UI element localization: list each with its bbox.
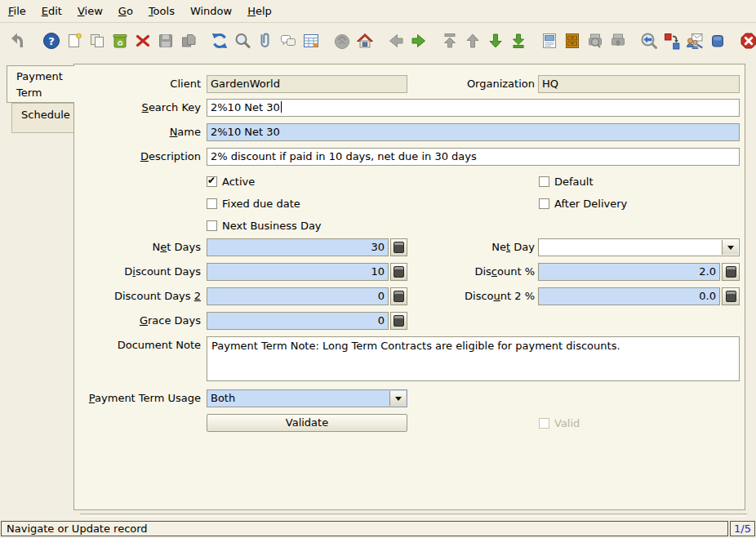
- discount-2-pct-label: Discount 2 %: [420, 287, 535, 305]
- delete-selection-icon[interactable]: [132, 30, 153, 51]
- client-field[interactable]: GardenWorld: [207, 75, 407, 93]
- record-indicator: 1/5: [730, 521, 755, 536]
- menubar: File Edit View Go Tools Window Help: [0, 0, 756, 23]
- net-day-label: Net Day: [420, 238, 535, 256]
- record-lock-icon[interactable]: [331, 30, 353, 51]
- request-icon[interactable]: [684, 30, 705, 51]
- discount-days-label: Discount Days: [78, 263, 201, 281]
- help-icon[interactable]: ?: [41, 30, 62, 51]
- parent-tab-icon[interactable]: [385, 30, 407, 51]
- grid-toggle-icon[interactable]: [300, 30, 322, 51]
- active-label: Active: [222, 174, 255, 190]
- discount-pct-calculator-button[interactable]: [722, 263, 740, 281]
- net-day-dropdown-button[interactable]: [722, 240, 738, 255]
- undo-icon[interactable]: [7, 30, 28, 51]
- delete-record-icon[interactable]: ♻: [109, 30, 131, 51]
- print-preview-icon[interactable]: [585, 30, 606, 51]
- payment-term-form: Client GardenWorld Organization HQ Searc…: [73, 64, 745, 510]
- after-delivery-label: After Delivery: [554, 196, 627, 212]
- document-note-field[interactable]: Payment Term Note: Long Term Contracts a…: [207, 336, 740, 381]
- organization-label: Organization: [420, 75, 535, 93]
- discount-days-2-label: Discount Days 2: [78, 287, 201, 305]
- calculator-icon: [394, 315, 404, 327]
- refresh-icon[interactable]: [209, 30, 230, 51]
- grace-days-field[interactable]: 0: [207, 312, 389, 330]
- chat-icon[interactable]: [278, 30, 299, 51]
- home-icon[interactable]: [354, 30, 376, 51]
- exit-icon[interactable]: [738, 30, 756, 51]
- svg-text:?: ?: [48, 35, 55, 47]
- search-key-field[interactable]: 2%10 Net 30: [207, 99, 740, 117]
- default-checkbox[interactable]: [539, 176, 549, 187]
- calculator-icon: [394, 242, 404, 253]
- active-checkbox[interactable]: [207, 176, 217, 187]
- after-delivery-checkbox[interactable]: [539, 198, 549, 209]
- net-days-label: Net Days: [78, 238, 201, 256]
- description-field[interactable]: 2% discount if paid in 10 days, net due …: [207, 148, 740, 166]
- discount-pct-label: Discount %: [420, 263, 535, 281]
- detail-tab-icon[interactable]: [408, 30, 429, 51]
- calculator-icon: [726, 266, 736, 278]
- text-caret: [281, 101, 282, 113]
- first-record-icon[interactable]: [439, 30, 460, 51]
- calculator-icon: [394, 266, 404, 278]
- net-day-combo[interactable]: [538, 238, 740, 256]
- search-key-label: Search Key: [78, 99, 201, 117]
- attachment-icon[interactable]: [255, 30, 276, 51]
- validate-button[interactable]: Validate: [207, 414, 407, 432]
- discount-2-pct-field[interactable]: 0.0: [538, 287, 720, 305]
- payment-term-usage-dropdown-button[interactable]: [389, 391, 406, 406]
- copy-record-icon[interactable]: [87, 30, 108, 51]
- toolbar: ? ♻: [0, 24, 756, 57]
- fixed-due-date-checkbox[interactable]: [207, 198, 217, 209]
- menu-help[interactable]: Help: [247, 5, 272, 17]
- archive-icon[interactable]: [562, 30, 583, 51]
- payment-term-usage-combo[interactable]: Both: [207, 389, 407, 407]
- discount-days-2-field[interactable]: 0: [207, 287, 389, 305]
- default-label: Default: [554, 174, 594, 190]
- valid-checkbox: [539, 418, 549, 429]
- discount-2-pct-calculator-button[interactable]: [722, 287, 740, 305]
- next-business-day-label: Next Business Day: [222, 218, 322, 234]
- tab-payment-term[interactable]: Payment Term: [7, 65, 74, 103]
- menu-file[interactable]: File: [8, 5, 26, 17]
- client-label: Client: [78, 75, 201, 93]
- menu-view[interactable]: View: [78, 5, 103, 17]
- next-business-day-checkbox[interactable]: [207, 220, 217, 231]
- menu-tools[interactable]: Tools: [149, 5, 175, 17]
- grace-days-calculator-button[interactable]: [390, 312, 407, 330]
- discount-pct-field[interactable]: 2.0: [538, 263, 720, 281]
- calculator-icon: [726, 291, 736, 302]
- description-label: Description: [78, 148, 201, 166]
- svg-text:♻: ♻: [117, 38, 123, 47]
- print-icon[interactable]: [607, 30, 629, 51]
- tab-schedule[interactable]: Schedule: [11, 103, 73, 133]
- tab-pane-bottom-edge: [80, 514, 747, 517]
- discount-days-field[interactable]: 10: [207, 263, 389, 281]
- organization-field[interactable]: HQ: [538, 75, 740, 93]
- chevron-down-icon: [727, 246, 734, 250]
- save-create-icon[interactable]: [178, 30, 199, 51]
- new-record-icon[interactable]: [64, 30, 85, 51]
- discount-days-2-calculator-button[interactable]: [390, 287, 407, 305]
- net-days-field[interactable]: 30: [207, 238, 389, 256]
- save-icon[interactable]: [155, 30, 176, 51]
- previous-record-icon[interactable]: [462, 30, 483, 51]
- calculator-icon: [394, 291, 404, 302]
- menu-edit[interactable]: Edit: [42, 5, 62, 17]
- report-icon[interactable]: [539, 30, 560, 51]
- next-record-icon[interactable]: [485, 30, 506, 51]
- menu-go[interactable]: Go: [118, 5, 133, 17]
- discount-days-calculator-button[interactable]: [390, 263, 407, 281]
- zoom-across-icon[interactable]: [638, 30, 660, 51]
- menu-window[interactable]: Window: [190, 5, 232, 17]
- workflow-icon[interactable]: [661, 30, 683, 51]
- last-record-icon[interactable]: [508, 30, 529, 51]
- find-icon[interactable]: [232, 30, 253, 51]
- fixed-due-date-label: Fixed due date: [222, 196, 300, 212]
- net-days-calculator-button[interactable]: [390, 238, 407, 256]
- product-info-icon[interactable]: [707, 30, 728, 51]
- name-field[interactable]: 2%10 Net 30: [207, 123, 740, 141]
- application-window: File Edit View Go Tools Window Help ? ♻: [0, 0, 756, 538]
- valid-label: Valid: [554, 416, 580, 432]
